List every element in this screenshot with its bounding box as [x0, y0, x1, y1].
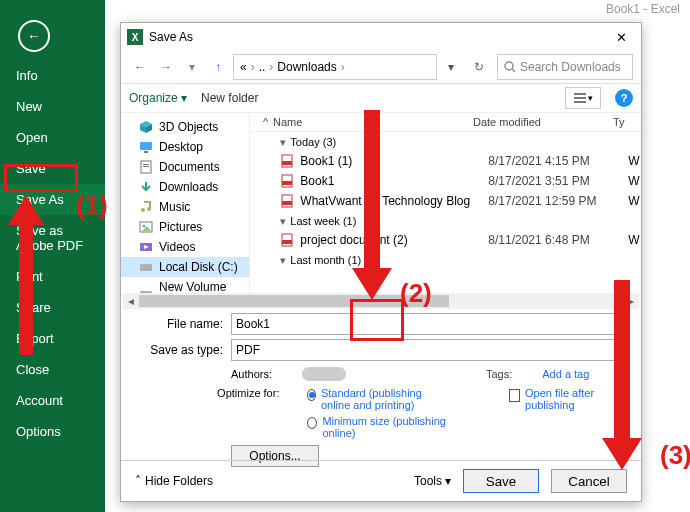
chevron-down-icon: ▾ — [280, 136, 286, 148]
filetype-dropdown[interactable]: PDF ▾ — [231, 339, 627, 361]
chevron-down-icon[interactable]: ▾ — [618, 342, 624, 356]
file-group-header[interactable]: ▾Today (3) — [250, 132, 641, 151]
authors-label: Authors: — [231, 368, 272, 380]
chevron-down-icon[interactable]: ▾ — [618, 316, 624, 330]
optimize-minimum-radio[interactable]: Minimum size (publishing online) — [307, 415, 448, 439]
dialog-navbar: ← → ▾ ↑ « › .. › Downloads › ▾ ↻ Search … — [121, 51, 641, 84]
dialog-close-button[interactable]: ✕ — [605, 23, 637, 51]
file-group-header[interactable]: ▾Last week (1) — [250, 211, 641, 230]
sort-indicator[interactable]: ^ — [258, 116, 273, 128]
svg-rect-25 — [282, 161, 292, 165]
chevron-right-icon: › — [251, 60, 255, 74]
backstage-item-save[interactable]: Save — [0, 153, 105, 184]
pdf-icon — [280, 153, 294, 169]
backstage-item-share[interactable]: Share — [0, 292, 105, 323]
backstage-item-info[interactable]: Info — [0, 60, 105, 91]
backstage-item-options[interactable]: Options — [0, 416, 105, 447]
search-icon — [504, 61, 516, 73]
file-row[interactable]: WhatVwant - A Technology Blog8/17/2021 1… — [250, 191, 641, 211]
hide-folders-button[interactable]: ˄ Hide Folders — [135, 474, 213, 488]
checkbox-icon — [509, 389, 520, 402]
tree-item-label: Music — [159, 200, 190, 214]
col-name[interactable]: Name — [273, 116, 473, 128]
file-name: Book1 (1) — [300, 154, 488, 168]
filetype-value: PDF — [236, 343, 260, 357]
nav-up-icon[interactable]: ↑ — [207, 56, 229, 78]
filename-value: Book1 — [236, 317, 270, 331]
open-after-label: Open file after publishing — [525, 387, 627, 411]
file-row[interactable]: Book1 (1)8/17/2021 4:15 PMW — [250, 151, 641, 171]
col-type[interactable]: Ty — [613, 116, 633, 128]
filename-input[interactable]: Book1 ▾ — [231, 313, 627, 335]
tree-item-local-disk-c-[interactable]: Local Disk (C:) — [121, 257, 249, 277]
tree-item-desktop[interactable]: Desktop — [121, 137, 249, 157]
search-input[interactable]: Search Downloads — [497, 54, 633, 80]
help-button[interactable]: ? — [615, 89, 633, 107]
tree-item-pictures[interactable]: Pictures — [121, 217, 249, 237]
tree-item-3d-objects[interactable]: 3D Objects — [121, 117, 249, 137]
address-breadcrumb[interactable]: « › .. › Downloads › — [233, 54, 437, 80]
optimize-label: Optimize for: — [205, 387, 287, 439]
nav-forward-icon[interactable]: → — [155, 56, 177, 78]
optimize-standard-radio[interactable]: Standard (publishing online and printing… — [307, 387, 448, 411]
svg-rect-27 — [282, 181, 292, 185]
scroll-left-icon[interactable]: ◂ — [123, 293, 139, 309]
nav-back-icon[interactable]: ← — [129, 56, 151, 78]
backstage-item-print[interactable]: Print — [0, 261, 105, 292]
organize-menu[interactable]: Organize ▾ — [129, 91, 187, 105]
file-group-header[interactable]: ▾Last month (1) — [250, 250, 641, 269]
backstage-item-export[interactable]: Export — [0, 323, 105, 354]
svg-rect-8 — [140, 142, 152, 150]
svg-rect-3 — [574, 97, 586, 99]
backstage-item-save-as-adobe-pdf[interactable]: Save as Adobe PDF — [0, 215, 105, 261]
tree-item-downloads[interactable]: Downloads — [121, 177, 249, 197]
tree-item-documents[interactable]: Documents — [121, 157, 249, 177]
new-folder-button[interactable]: New folder — [201, 91, 258, 105]
scroll-right-icon[interactable]: ▸ — [623, 293, 639, 309]
add-tag-link[interactable]: Add a tag — [542, 368, 589, 380]
cancel-button[interactable]: Cancel — [551, 469, 627, 493]
search-placeholder: Search Downloads — [520, 60, 621, 74]
tree-item-videos[interactable]: Videos — [121, 237, 249, 257]
backstage-item-open[interactable]: Open — [0, 122, 105, 153]
optimize-standard-label: Standard (publishing online and printing… — [321, 387, 449, 411]
backstage-back-button[interactable]: ← — [18, 20, 50, 52]
file-type: W — [628, 154, 641, 168]
crumb-1[interactable]: .. — [259, 60, 266, 74]
pdf-icon — [280, 232, 294, 248]
desktop-icon — [139, 140, 153, 154]
optimize-minimum-label: Minimum size (publishing online) — [322, 415, 448, 439]
excel-icon — [127, 29, 143, 45]
file-date: 8/17/2021 3:51 PM — [488, 174, 628, 188]
crumb-2[interactable]: Downloads — [277, 60, 336, 74]
crumb-0[interactable]: « — [240, 60, 247, 74]
author-pill[interactable] — [302, 367, 346, 381]
tree-item-new-volume-d-[interactable]: New Volume (D:) — [121, 277, 249, 293]
chevron-right-icon: › — [269, 60, 273, 74]
save-button[interactable]: Save — [463, 469, 539, 493]
tree-item-music[interactable]: Music — [121, 197, 249, 217]
view-mode-button[interactable]: ▾ — [565, 87, 601, 109]
file-row[interactable]: project documrnt (2)8/11/2021 6:48 PMW — [250, 230, 641, 250]
file-name: WhatVwant - A Technology Blog — [300, 194, 488, 208]
backstage-item-save-as[interactable]: Save As — [0, 184, 105, 215]
chevron-down-icon[interactable]: ▾ — [441, 56, 461, 78]
tools-label: Tools — [414, 474, 442, 488]
list-icon — [574, 93, 586, 103]
open-after-checkbox[interactable]: Open file after publishing — [509, 387, 627, 411]
backstage-item-new[interactable]: New — [0, 91, 105, 122]
refresh-icon[interactable]: ↻ — [465, 56, 493, 78]
chevron-down-icon: ▾ — [445, 474, 451, 488]
folder-tree: 3D ObjectsDesktopDocumentsDownloadsMusic… — [121, 113, 250, 293]
hide-folders-label: Hide Folders — [145, 474, 213, 488]
chevron-down-icon[interactable]: ▾ — [181, 56, 203, 78]
svg-rect-11 — [143, 164, 149, 165]
scroll-thumb[interactable] — [139, 295, 449, 307]
tools-menu[interactable]: Tools ▾ — [414, 474, 451, 488]
col-date[interactable]: Date modified — [473, 116, 613, 128]
horizontal-scrollbar[interactable]: ◂ ▸ — [123, 293, 639, 309]
file-row[interactable]: Book18/17/2021 3:51 PMW — [250, 171, 641, 191]
backstage-item-close[interactable]: Close — [0, 354, 105, 385]
backstage-item-account[interactable]: Account — [0, 385, 105, 416]
tree-item-label: Documents — [159, 160, 220, 174]
